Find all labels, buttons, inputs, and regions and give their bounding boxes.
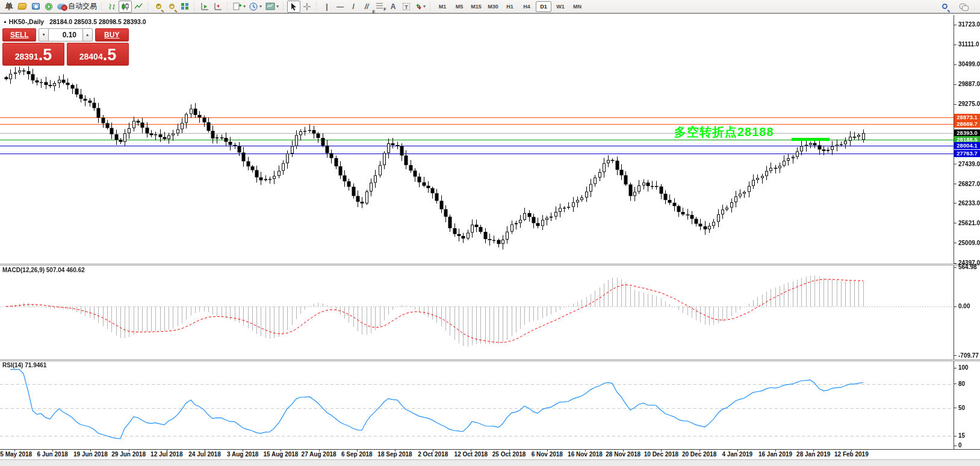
autotrading-button[interactable]: 自动交易	[55, 1, 99, 13]
macd-pane-separator[interactable]	[0, 264, 980, 266]
sell-button[interactable]: SELL	[2, 28, 36, 42]
rsi-pane-separator[interactable]	[0, 359, 980, 361]
fibonacci-icon: F	[376, 3, 384, 10]
price-tag: 28669.7	[954, 120, 980, 128]
time-axis-label: 16 Jan 2019	[758, 451, 792, 458]
zoom-in-icon: +	[156, 4, 161, 9]
macd-tick-label: 564.98	[958, 264, 977, 271]
trade-panel-row1: SELL ▼ ▲ BUY	[2, 28, 129, 42]
time-axis-label: 12 Feb 2019	[834, 451, 869, 458]
timeframe-w1[interactable]: W1	[553, 1, 568, 12]
periods-button[interactable]: ▾	[247, 1, 264, 13]
arrows-button[interactable]: ▾	[413, 1, 427, 13]
price-tick-label: 29887.0	[958, 81, 980, 88]
templates-button[interactable]: ▾	[264, 1, 281, 13]
time-axis-label: 6 Jun 2018	[37, 451, 68, 458]
dropdown-icon: ▾	[423, 4, 426, 9]
time-axis-label: 20 Dec 2018	[682, 451, 716, 458]
macd-tick-mark	[954, 306, 957, 307]
cursor-icon	[290, 2, 297, 11]
timeframe-m1[interactable]: M1	[435, 1, 450, 12]
timeframe-d1[interactable]: D1	[536, 1, 551, 12]
signals-button[interactable]	[42, 1, 55, 13]
crosshair-button[interactable]	[300, 1, 314, 13]
indicators-button[interactable]: ▾	[231, 1, 247, 13]
terminal-button[interactable]	[29, 1, 42, 13]
toolbar-group-cursor	[287, 0, 314, 13]
auto-scroll-button[interactable]	[198, 1, 211, 13]
text-label-button[interactable]: T	[400, 1, 413, 13]
rsi-tick-mark	[954, 384, 957, 384]
time-axis-label: 6 Sep 2018	[341, 451, 373, 458]
rsi-label: RSI(14) 71.9461	[2, 362, 46, 368]
time-axis-label: 28 Nov 2018	[606, 451, 640, 458]
toolbar-grip	[429, 2, 432, 11]
tile-windows-button[interactable]	[178, 1, 191, 13]
toolbar-group-main: 单 自动交易	[2, 0, 99, 13]
time-axis-label: 18 Sep 2018	[377, 451, 412, 458]
cursor-button[interactable]	[287, 1, 300, 13]
window-bottom-strip	[0, 459, 980, 466]
price-tag: 28004.1	[954, 142, 980, 149]
dropdown-icon: ▾	[259, 4, 262, 9]
zoom-out-button[interactable]: −	[165, 1, 178, 13]
price-tag: 27763.7	[954, 150, 980, 157]
buy-price-frac: .5	[103, 47, 117, 63]
price-tick-mark	[954, 104, 957, 105]
price-tick-label: 26233.0	[958, 200, 980, 207]
market-watch-button[interactable]	[16, 1, 29, 13]
rsi-tick-mark	[954, 436, 957, 436]
text-icon: A	[391, 2, 396, 11]
chat-button[interactable]	[957, 1, 970, 13]
bar-chart-button[interactable]	[105, 1, 119, 13]
search-icon	[942, 4, 947, 9]
rsi-tick-label: 80	[958, 381, 965, 388]
macd-label: MACD(12,26,9) 507.04 460.62	[2, 267, 85, 273]
template-icon	[265, 2, 275, 10]
sell-price-box[interactable]: 28391 .5	[2, 43, 64, 66]
equidistant-channel-button[interactable]: // E	[360, 1, 373, 13]
text-button[interactable]: A	[386, 1, 400, 13]
chart-shift-button[interactable]	[211, 1, 225, 13]
horizontal-line-button[interactable]: —	[333, 1, 347, 13]
user-screen-icon	[32, 3, 40, 10]
arrows-icon	[415, 2, 422, 10]
ohlc-values: 28184.0 28503.5 28098.5 28393.0	[49, 18, 146, 25]
volume-increase-button[interactable]: ▲	[82, 28, 93, 42]
volume-input[interactable]	[49, 28, 82, 42]
timeframe-m15[interactable]: M15	[468, 1, 484, 12]
price-tick-mark	[954, 164, 957, 164]
volume-decrease-button[interactable]: ▼	[39, 28, 49, 42]
toolbar-group-chart-type	[105, 0, 145, 13]
time-axis-label: 16 Nov 2018	[568, 451, 603, 458]
timeframe-m30[interactable]: M30	[485, 1, 501, 12]
timeframe-h1[interactable]: H1	[502, 1, 518, 12]
search-button[interactable]	[938, 1, 951, 13]
trendline-button[interactable]: /	[347, 1, 360, 13]
price-tick-label: 26827.0	[958, 181, 980, 188]
zoom-in-button[interactable]: +	[152, 1, 165, 13]
buy-price-box[interactable]: 28404 .5	[67, 43, 129, 66]
rsi-tick-mark	[954, 446, 957, 446]
toolbar-grip	[147, 2, 150, 11]
timeframe-h4[interactable]: H4	[519, 1, 535, 12]
price-tick-label: 30499.0	[958, 61, 980, 68]
toolbar-group-objects: | — / // E F A T ▾	[320, 0, 427, 13]
line-chart-icon	[134, 2, 143, 11]
chart-canvas[interactable]	[0, 15, 954, 449]
fibonacci-button[interactable]: F	[373, 1, 386, 13]
buy-button[interactable]: BUY	[95, 28, 129, 42]
vertical-line-icon: |	[326, 2, 327, 11]
book-icon	[17, 3, 27, 10]
timeframe-m5[interactable]: M5	[451, 1, 467, 12]
vertical-line-button[interactable]: |	[320, 1, 333, 13]
macd-tick-label: 0.00	[958, 303, 970, 310]
timeframe-mn[interactable]: MN	[569, 1, 585, 12]
price-tick-mark	[954, 184, 957, 184]
time-axis-label: 28 Jan 2019	[796, 451, 830, 458]
candlestick-chart-button[interactable]	[119, 1, 132, 13]
rsi-tick-mark	[954, 368, 957, 368]
time-axis-label: 12 Jul 2018	[150, 451, 182, 458]
line-chart-button[interactable]	[132, 1, 145, 13]
new-order-button[interactable]: 单	[2, 1, 16, 13]
